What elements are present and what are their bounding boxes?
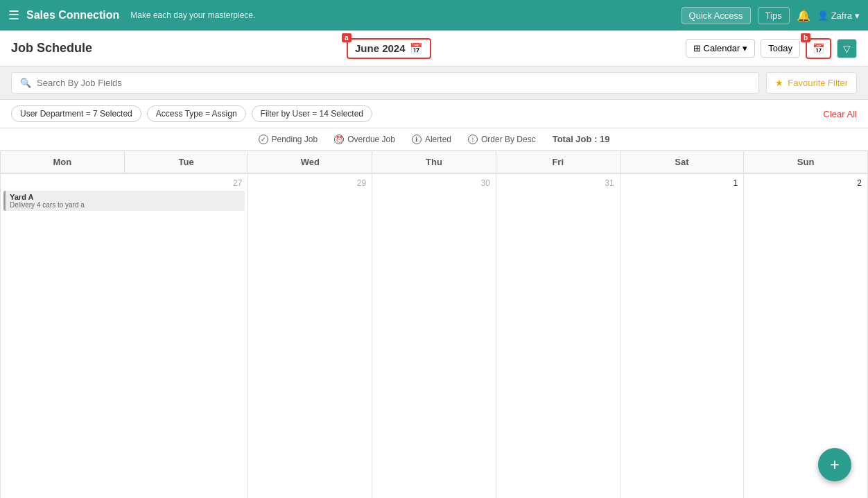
legend-alerted[interactable]: ℹ Alerted (412, 135, 451, 144)
chevron-down-icon: ▾ (855, 10, 860, 21)
legend-row: ✓ Pending Job ⏰ Overdue Job ℹ Alerted ↕ … (0, 128, 868, 151)
filter-tag-access[interactable]: Access Type = Assign (147, 105, 246, 122)
date-selector[interactable]: a June 2024 📅 (347, 38, 431, 59)
alerted-label: Alerted (425, 135, 451, 144)
grid-view-icon: ⊞ (693, 43, 701, 53)
cal-cell-30[interactable]: 30 (372, 174, 496, 498)
filter-tags-row: User Department = 7 Selected Access Type… (0, 100, 868, 128)
dropdown-chevron-icon: ▾ (743, 43, 747, 53)
cal-cell-31[interactable]: 31 (496, 174, 620, 498)
search-row: 🔍 ★ Favourite Filter (0, 67, 868, 100)
cal-event-yard-a[interactable]: Yard A Delivery 4 cars to yard a (3, 191, 245, 211)
day-number-2: 2 (747, 177, 865, 191)
calendar-view-icon-button[interactable]: b 📅 (806, 38, 831, 59)
cal-cell-1[interactable]: 1 (620, 174, 745, 498)
header-right-controls: ⊞ Calendar ▾ Today b 📅 ▽ (686, 38, 857, 59)
label-a: a (342, 33, 351, 42)
legend-order-desc[interactable]: ↕ Order By Desc (468, 135, 536, 144)
calendar-container: Mon Tue Wed Thu Fri Sat Sun 27 Yard A De… (0, 151, 868, 498)
search-input[interactable] (37, 78, 750, 88)
order-desc-label: Order By Desc (481, 135, 536, 144)
day-number-1: 1 (623, 177, 741, 191)
clear-all-button[interactable]: Clear All (824, 109, 857, 119)
tips-button[interactable]: Tips (758, 7, 790, 24)
calendar-label: Calendar (704, 43, 740, 53)
calendar-mini-icon: 📅 (410, 42, 423, 55)
view-calendar-button[interactable]: ⊞ Calendar ▾ (686, 39, 756, 58)
star-icon: ★ (775, 78, 783, 88)
total-job-label: Total Job : 19 (553, 134, 610, 144)
calendar-header-row: Mon Tue Wed Thu Fri Sat Sun (0, 151, 868, 173)
day-number-27: 27 (3, 177, 245, 191)
cal-header-thu: Thu (372, 151, 496, 173)
cal-header-sun: Sun (744, 151, 868, 173)
menu-icon[interactable]: ☰ (8, 8, 19, 23)
label-b: b (801, 33, 810, 42)
bell-icon[interactable]: 🔔 (797, 9, 810, 22)
legend-pending[interactable]: ✓ Pending Job (259, 135, 318, 144)
cal-header-fri: Fri (496, 151, 620, 173)
search-icon: 🔍 (20, 78, 31, 88)
date-navigation: a June 2024 📅 (347, 38, 431, 59)
calendar-icon: 📅 (813, 43, 824, 54)
user-name: Zafra (831, 10, 852, 21)
overdue-label: Overdue Job (347, 135, 395, 144)
cal-header-wed: Wed (248, 151, 372, 173)
quick-access-button[interactable]: Quick Access (682, 7, 751, 24)
user-avatar-icon: 👤 (817, 10, 828, 21)
cal-cell-2[interactable]: 2 (744, 174, 868, 498)
day-number-29: 29 (251, 177, 369, 191)
top-navigation: ☰ Sales Connection Make each day your ma… (0, 0, 868, 31)
today-button[interactable]: Today (761, 39, 800, 58)
cal-header-sat: Sat (620, 151, 745, 173)
order-desc-icon: ↕ (468, 135, 478, 144)
calendar-week-1: 27 Yard A Delivery 4 cars to yard a 29 3… (0, 173, 868, 498)
brand-name: Sales Connection (26, 9, 119, 22)
event-title: Yard A (10, 193, 241, 201)
tagline: Make each day your masterpiece. (130, 10, 255, 20)
fav-filter-label: Favourite Filter (788, 78, 848, 88)
filter-tag-department[interactable]: User Department = 7 Selected (11, 105, 141, 122)
legend-overdue[interactable]: ⏰ Overdue Job (334, 135, 395, 144)
cal-header-mon: Mon (1, 151, 125, 173)
filter-button[interactable]: ▽ (837, 39, 857, 58)
overdue-icon: ⏰ (334, 135, 344, 144)
topnav-right: Quick Access Tips 🔔 👤 Zafra ▾ (682, 7, 860, 24)
pending-icon: ✓ (259, 135, 268, 144)
current-date: June 2024 (355, 42, 406, 54)
cal-cell-27[interactable]: 27 Yard A Delivery 4 cars to yard a (1, 174, 248, 498)
search-container[interactable]: 🔍 (11, 72, 759, 94)
alerted-icon: ℹ (412, 135, 422, 144)
favourite-filter-button[interactable]: ★ Favourite Filter (766, 72, 857, 94)
cal-cell-29[interactable]: 29 (248, 174, 372, 498)
filter-tag-user[interactable]: Filter by User = 14 Selected (252, 105, 372, 122)
user-menu[interactable]: 👤 Zafra ▾ (817, 10, 860, 21)
day-number-30: 30 (375, 177, 493, 191)
pending-label: Pending Job (272, 135, 318, 144)
event-desc: Delivery 4 cars to yard a (10, 201, 241, 209)
page-title: Job Schedule (11, 41, 92, 55)
page-header: Job Schedule a June 2024 📅 ⊞ Calendar ▾ … (0, 31, 868, 67)
filter-funnel-icon: ▽ (843, 43, 851, 54)
total-job: Total Job : 19 (553, 134, 610, 144)
add-job-fab[interactable]: + (818, 448, 851, 481)
day-number-31: 31 (499, 177, 617, 191)
cal-header-tue: Tue (125, 151, 249, 173)
